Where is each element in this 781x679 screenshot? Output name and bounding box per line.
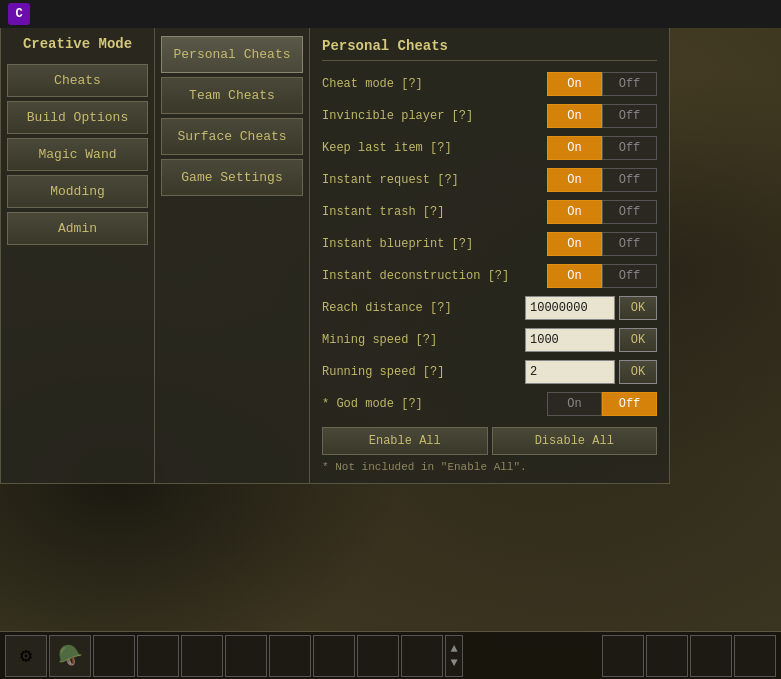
label-instant-deconstruction: Instant deconstruction [?] xyxy=(322,269,547,283)
running-speed-input[interactable] xyxy=(525,360,615,384)
label-mining-speed: Mining speed [?] xyxy=(322,333,525,347)
toggle-instant-request: On Off xyxy=(547,168,657,192)
toolbar-slot-1[interactable]: ⚙ xyxy=(5,635,47,677)
toolbar-slot-7[interactable] xyxy=(269,635,311,677)
label-god-mode: * God mode [?] xyxy=(322,397,547,411)
left-btn-admin[interactable]: Admin xyxy=(7,212,148,245)
label-instant-trash: Instant trash [?] xyxy=(322,205,547,219)
keep-last-item-off[interactable]: Off xyxy=(602,136,657,160)
middle-btn-team-cheats[interactable]: Team Cheats xyxy=(161,77,303,114)
left-btn-build-options[interactable]: Build Options xyxy=(7,101,148,134)
label-instant-request: Instant request [?] xyxy=(322,173,547,187)
label-reach-distance: Reach distance [?] xyxy=(322,301,525,315)
setting-god-mode: * God mode [?] On Off xyxy=(322,391,657,417)
instant-request-on[interactable]: On xyxy=(547,168,602,192)
setting-instant-blueprint: Instant blueprint [?] On Off xyxy=(322,231,657,257)
toggle-god-mode: On Off xyxy=(547,392,657,416)
middle-btn-personal-cheats[interactable]: Personal Cheats xyxy=(161,36,303,73)
middle-panel: Personal Cheats Team Cheats Surface Chea… xyxy=(155,28,310,484)
instant-request-off[interactable]: Off xyxy=(602,168,657,192)
invincible-player-on[interactable]: On xyxy=(547,104,602,128)
enable-all-button[interactable]: Enable All xyxy=(322,427,488,455)
toolbar-slot-4[interactable] xyxy=(137,635,179,677)
instant-blueprint-off[interactable]: Off xyxy=(602,232,657,256)
middle-btn-surface-cheats[interactable]: Surface Cheats xyxy=(161,118,303,155)
label-cheat-mode: Cheat mode [?] xyxy=(322,77,547,91)
disable-all-button[interactable]: Disable All xyxy=(492,427,658,455)
middle-btn-game-settings[interactable]: Game Settings xyxy=(161,159,303,196)
label-keep-last-item: Keep last item [?] xyxy=(322,141,547,155)
setting-mining-speed: Mining speed [?] OK xyxy=(322,327,657,353)
app-logo: C xyxy=(8,3,30,25)
toolbar-right-slot-2[interactable] xyxy=(646,635,688,677)
toolbar-right-slot-3[interactable] xyxy=(690,635,732,677)
reach-distance-ok[interactable]: OK xyxy=(619,296,657,320)
toggle-instant-deconstruction: On Off xyxy=(547,264,657,288)
cheat-mode-off[interactable]: Off xyxy=(602,72,657,96)
toolbar-scroll[interactable]: ▲▼ xyxy=(445,635,463,677)
toggle-invincible-player: On Off xyxy=(547,104,657,128)
instant-blueprint-on[interactable]: On xyxy=(547,232,602,256)
main-ui: Creative Mode Cheats Build Options Magic… xyxy=(0,28,670,484)
bottom-toolbar: ⚙ 🪖 ▲▼ xyxy=(0,631,781,679)
toolbar-slot-2[interactable]: 🪖 xyxy=(49,635,91,677)
god-mode-on[interactable]: On xyxy=(547,392,602,416)
left-panel-title: Creative Mode xyxy=(7,36,148,56)
left-panel: Creative Mode Cheats Build Options Magic… xyxy=(0,28,155,484)
top-bar: C xyxy=(0,0,781,28)
setting-cheat-mode: Cheat mode [?] On Off xyxy=(322,71,657,97)
setting-running-speed: Running speed [?] OK xyxy=(322,359,657,385)
setting-keep-last-item: Keep last item [?] On Off xyxy=(322,135,657,161)
setting-reach-distance: Reach distance [?] OK xyxy=(322,295,657,321)
toolbar-slot-6[interactable] xyxy=(225,635,267,677)
toolbar-slot-8[interactable] xyxy=(313,635,355,677)
left-btn-cheats[interactable]: Cheats xyxy=(7,64,148,97)
label-invincible-player: Invincible player [?] xyxy=(322,109,547,123)
right-panel: Personal Cheats Cheat mode [?] On Off In… xyxy=(310,28,670,484)
toggle-keep-last-item: On Off xyxy=(547,136,657,160)
cheat-mode-on[interactable]: On xyxy=(547,72,602,96)
toggle-instant-blueprint: On Off xyxy=(547,232,657,256)
setting-instant-trash: Instant trash [?] On Off xyxy=(322,199,657,225)
setting-instant-deconstruction: Instant deconstruction [?] On Off xyxy=(322,263,657,289)
toolbar-slot-9[interactable] xyxy=(357,635,399,677)
toolbar-right-slot-4[interactable] xyxy=(734,635,776,677)
instant-trash-on[interactable]: On xyxy=(547,200,602,224)
reach-distance-input[interactable] xyxy=(525,296,615,320)
toolbar-slot-5[interactable] xyxy=(181,635,223,677)
instant-trash-off[interactable]: Off xyxy=(602,200,657,224)
running-speed-ok[interactable]: OK xyxy=(619,360,657,384)
keep-last-item-on[interactable]: On xyxy=(547,136,602,160)
label-instant-blueprint: Instant blueprint [?] xyxy=(322,237,547,251)
bottom-action-row: Enable All Disable All xyxy=(322,427,657,455)
setting-instant-request: Instant request [?] On Off xyxy=(322,167,657,193)
label-running-speed: Running speed [?] xyxy=(322,365,525,379)
toggle-instant-trash: On Off xyxy=(547,200,657,224)
god-mode-off[interactable]: Off xyxy=(602,392,657,416)
footnote: * Not included in "Enable All". xyxy=(322,461,657,473)
toolbar-slot-10[interactable] xyxy=(401,635,443,677)
invincible-player-off[interactable]: Off xyxy=(602,104,657,128)
toolbar-slot-3[interactable] xyxy=(93,635,135,677)
instant-deconstruction-off[interactable]: Off xyxy=(602,264,657,288)
instant-deconstruction-on[interactable]: On xyxy=(547,264,602,288)
left-btn-modding[interactable]: Modding xyxy=(7,175,148,208)
right-panel-title: Personal Cheats xyxy=(322,38,657,61)
toolbar-item-1-icon: ⚙ xyxy=(20,643,32,668)
scroll-icon: ▲▼ xyxy=(450,642,457,670)
toolbar-right-slot-1[interactable] xyxy=(602,635,644,677)
mining-speed-ok[interactable]: OK xyxy=(619,328,657,352)
mining-speed-input[interactable] xyxy=(525,328,615,352)
toggle-cheat-mode: On Off xyxy=(547,72,657,96)
left-btn-magic-wand[interactable]: Magic Wand xyxy=(7,138,148,171)
toolbar-item-2-icon: 🪖 xyxy=(58,643,83,668)
setting-invincible-player: Invincible player [?] On Off xyxy=(322,103,657,129)
